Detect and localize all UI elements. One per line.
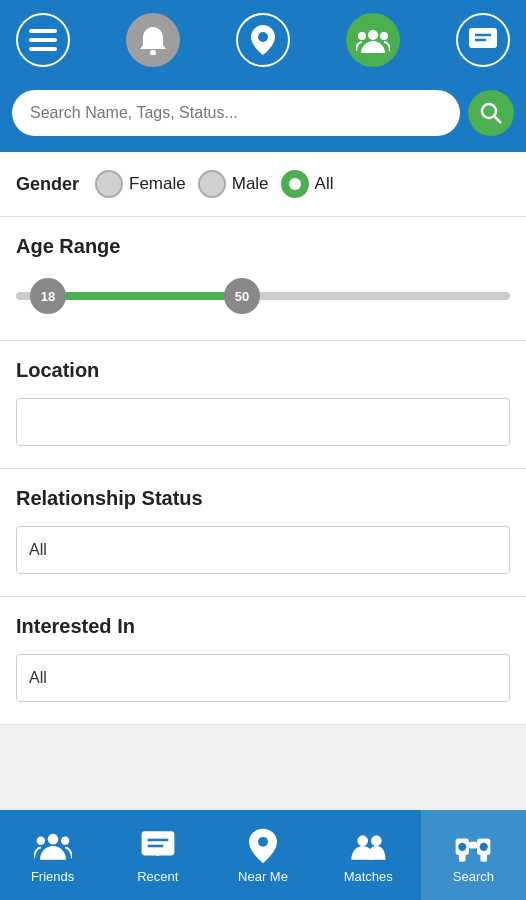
svg-point-4: [258, 32, 268, 42]
search-input[interactable]: [12, 90, 460, 136]
svg-point-6: [358, 32, 366, 40]
svg-point-26: [459, 842, 467, 850]
svg-line-12: [494, 116, 501, 123]
search-bar-container: [0, 80, 526, 152]
svg-rect-8: [469, 28, 497, 48]
svg-rect-0: [29, 29, 57, 33]
content-area: Gender Female Male All Age Range 18 50: [0, 152, 526, 725]
svg-point-22: [371, 835, 382, 846]
message-button[interactable]: [456, 13, 510, 67]
gender-all-option[interactable]: All: [281, 170, 334, 198]
gender-female-label: Female: [129, 174, 186, 194]
message-icon: [468, 27, 498, 53]
slider-min-value: 18: [41, 289, 55, 304]
svg-point-7: [380, 32, 388, 40]
svg-point-15: [61, 836, 69, 844]
svg-point-11: [482, 104, 496, 118]
svg-point-21: [358, 835, 369, 846]
slider-thumb-max[interactable]: 50: [224, 278, 260, 314]
age-range-title: Age Range: [16, 235, 510, 258]
nav-recent[interactable]: Recent: [105, 810, 210, 900]
svg-rect-28: [459, 853, 466, 861]
nav-friends[interactable]: Friends: [0, 810, 105, 900]
nav-recent-label: Recent: [137, 869, 178, 884]
svg-rect-25: [469, 841, 477, 848]
bottom-nav: Friends Recent Near Me Matches: [0, 810, 526, 900]
svg-rect-29: [481, 853, 488, 861]
slider-thumb-min[interactable]: 18: [30, 278, 66, 314]
svg-rect-2: [29, 47, 57, 51]
svg-point-20: [258, 836, 268, 846]
svg-point-27: [480, 842, 488, 850]
friends-nav-icon: [34, 827, 72, 865]
nav-near-me[interactable]: Near Me: [210, 810, 315, 900]
slider-max-value: 50: [235, 289, 249, 304]
group-button[interactable]: [346, 13, 400, 67]
header: [0, 0, 526, 80]
nav-near-me-label: Near Me: [238, 869, 288, 884]
relationship-status-title: Relationship Status: [16, 487, 510, 510]
slider-fill: [50, 292, 240, 300]
location-button[interactable]: [236, 13, 290, 67]
nav-search[interactable]: Search: [421, 810, 526, 900]
svg-point-5: [368, 30, 378, 40]
svg-point-3: [150, 50, 156, 55]
recent-nav-icon: [139, 827, 177, 865]
gender-male-radio[interactable]: [198, 170, 226, 198]
gender-section: Gender Female Male All: [0, 152, 526, 217]
relationship-status-input[interactable]: [16, 526, 510, 574]
search-button[interactable]: [468, 90, 514, 136]
interested-in-section: Interested In: [0, 597, 526, 725]
svg-rect-16: [141, 831, 174, 855]
location-section: Location: [0, 341, 526, 469]
age-range-section: Age Range 18 50: [0, 217, 526, 341]
gender-all-label: All: [315, 174, 334, 194]
group-icon: [356, 27, 390, 53]
menu-icon: [29, 29, 57, 51]
relationship-status-section: Relationship Status: [0, 469, 526, 597]
matches-nav-icon: [349, 827, 387, 865]
gender-male-label: Male: [232, 174, 269, 194]
near-me-nav-icon: [244, 827, 282, 865]
nav-matches-label: Matches: [344, 869, 393, 884]
interested-in-input[interactable]: [16, 654, 510, 702]
svg-point-13: [47, 833, 58, 844]
location-icon: [250, 24, 276, 56]
nav-friends-label: Friends: [31, 869, 74, 884]
age-slider-container: 18 50: [16, 274, 510, 318]
interested-in-title: Interested In: [16, 615, 510, 638]
gender-label: Gender: [16, 174, 79, 195]
gender-male-option[interactable]: Male: [198, 170, 269, 198]
menu-button[interactable]: [16, 13, 70, 67]
gender-female-radio[interactable]: [95, 170, 123, 198]
svg-rect-1: [29, 38, 57, 42]
nav-search-label: Search: [453, 869, 494, 884]
notification-icon: [139, 25, 167, 55]
svg-point-14: [36, 836, 44, 844]
location-input[interactable]: [16, 398, 510, 446]
search-icon: [479, 101, 503, 125]
notification-button[interactable]: [126, 13, 180, 67]
gender-all-radio[interactable]: [281, 170, 309, 198]
gender-female-option[interactable]: Female: [95, 170, 186, 198]
nav-matches[interactable]: Matches: [316, 810, 421, 900]
search-nav-icon: [454, 827, 492, 865]
location-title: Location: [16, 359, 510, 382]
